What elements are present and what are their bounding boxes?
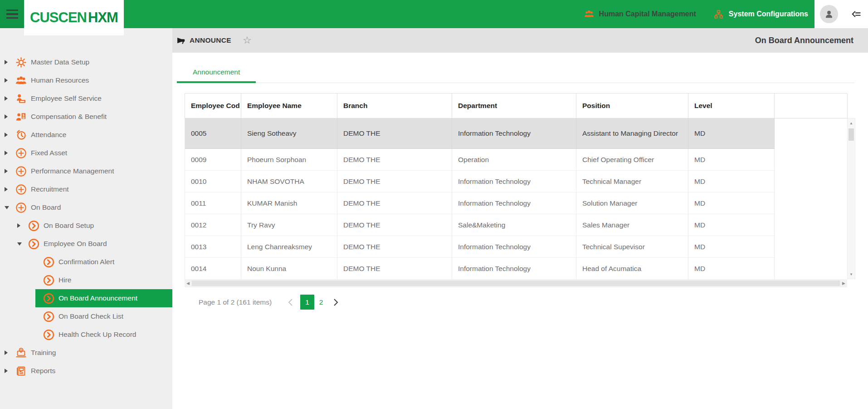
expander-triangle-icon xyxy=(5,206,11,209)
expander-triangle-icon xyxy=(5,369,11,373)
cell-empty xyxy=(775,171,848,192)
vertical-scroll-thumb[interactable] xyxy=(848,128,854,141)
collapse-panel-icon[interactable] xyxy=(850,8,862,20)
cell-empty xyxy=(775,214,848,236)
sidebar-item-label: Fixed Asset xyxy=(31,149,67,157)
cell-employee-name: Try Ravy xyxy=(241,214,337,236)
header-cell-employee-cod[interactable]: Employee Cod xyxy=(185,94,241,118)
tab-announcement[interactable]: Announcement xyxy=(177,63,256,83)
header-cell-employee-name[interactable]: Employee Name xyxy=(241,94,337,118)
sidebar-item-fixed-asset[interactable]: Fixed Asset xyxy=(0,144,172,162)
cell-department: Information Technology xyxy=(452,192,576,214)
table-row-0014[interactable]: 0014Noun KunnaDEMO THEInformation Techno… xyxy=(185,258,847,280)
scroll-up-arrow[interactable]: ▲ xyxy=(848,119,855,127)
table-row-0010[interactable]: 0010NHAM SOVOTHADEMO THEInformation Tech… xyxy=(185,171,847,192)
cell-employee-cod: 0011 xyxy=(185,192,241,214)
previous-page-button[interactable] xyxy=(288,298,293,306)
cell-employee-name: NHAM SOVOTHA xyxy=(241,171,337,192)
table-row-0011[interactable]: 0011KUMAR ManishDEMO THEInformation Tech… xyxy=(185,192,847,214)
chevron-circle-icon xyxy=(42,310,55,323)
expander-triangle-icon xyxy=(5,60,11,64)
sidebar-item-on-board-announcement[interactable]: On Board Announcement xyxy=(35,289,172,307)
page-header-left: ANNOUNCE ☆ xyxy=(176,35,252,45)
cell-employee-cod: 0010 xyxy=(185,171,241,192)
sidebar-item-health-check-up-record[interactable]: Health Check Up Record xyxy=(0,325,172,344)
logo-text-secondary: HXM xyxy=(88,10,118,25)
sidebar-item-master-data-setup[interactable]: Master Data Setup xyxy=(0,53,172,71)
cell-employee-cod: 0012 xyxy=(185,214,241,236)
expander-triangle-icon xyxy=(5,187,11,192)
sidebar-item-reports[interactable]: Reports xyxy=(0,362,172,380)
cell-employee-name: Noun Kunna xyxy=(241,258,337,280)
expander-triangle-icon xyxy=(5,169,11,173)
header-cell-branch[interactable]: Branch xyxy=(337,94,452,118)
module-system-configurations[interactable]: System Configurations xyxy=(713,9,808,20)
hamburger-bar xyxy=(6,17,18,19)
sidebar-item-compensation-benefit[interactable]: $ Compensation & Benefit xyxy=(0,108,172,126)
page-button-2[interactable]: 2 xyxy=(318,298,324,306)
topbar-user-area xyxy=(814,0,868,28)
sitemap-icon xyxy=(713,9,724,20)
sidebar-item-employee-self-service[interactable]: Employee Self Service xyxy=(0,89,172,108)
cell-level: MD xyxy=(688,149,775,171)
main-content: Announcement Employee CodEmployee NameBr… xyxy=(172,53,868,409)
clock-icon xyxy=(15,128,27,141)
plus-circle-icon xyxy=(15,147,27,159)
cell-position: Solution Manager xyxy=(576,192,688,214)
pagination: Page 1 of 2 (161 items) 12 xyxy=(199,295,338,310)
sidebar-item-label: Employee Self Service xyxy=(31,94,102,103)
sidebar-item-human-resources[interactable]: Human Resources xyxy=(0,71,172,89)
chevron-circle-icon xyxy=(27,219,40,232)
user-avatar[interactable] xyxy=(820,5,838,23)
scroll-down-arrow[interactable]: ▼ xyxy=(848,271,855,278)
sidebar-item-label: On Board Announcement xyxy=(59,294,137,302)
vertical-scrollbar[interactable]: ▲ ▼ xyxy=(847,118,855,279)
table-row-0005[interactable]: 0005Sieng SotheavyDEMO THEInformation Te… xyxy=(185,118,847,149)
sidebar-item-employee-on-board[interactable]: Employee On Board xyxy=(0,235,172,253)
cell-branch: DEMO THE xyxy=(337,192,452,214)
table-row-0013[interactable]: 0013Leng ChanreaksmeyDEMO THEInformation… xyxy=(185,236,847,258)
header-cell-position[interactable]: Position xyxy=(576,94,688,118)
page-button-1[interactable]: 1 xyxy=(300,295,314,310)
people-group-icon xyxy=(584,9,595,20)
scroll-right-arrow[interactable]: ▶ xyxy=(842,281,845,286)
horizontal-scrollbar[interactable]: ◀ ▶ xyxy=(185,279,847,287)
table-row-0009[interactable]: 0009Phoeurn SorphoanDEMO THEOperationChi… xyxy=(185,149,847,171)
sidebar-item-on-board-setup[interactable]: On Board Setup xyxy=(0,217,172,235)
cell-empty xyxy=(775,149,848,171)
module-human-capital-management[interactable]: Human Capital Management xyxy=(584,9,696,20)
cell-employee-cod: 0014 xyxy=(185,258,241,280)
hamburger-menu-button[interactable] xyxy=(0,0,24,28)
scroll-left-arrow[interactable]: ◀ xyxy=(186,281,190,286)
logo-text-primary: CUSCEN xyxy=(30,10,87,25)
sidebar-item-recruitment[interactable]: Recruitment xyxy=(0,180,172,198)
cell-empty xyxy=(775,258,848,280)
sidebar-item-label: Reports xyxy=(31,367,55,375)
cell-employee-name: Phoeurn Sorphoan xyxy=(241,149,337,171)
cell-position: Technical Supevisor xyxy=(576,236,688,258)
expander-triangle-icon xyxy=(5,78,11,83)
plus-circle-icon xyxy=(15,201,27,214)
expander-triangle-icon xyxy=(5,133,11,137)
sidebar-item-hire[interactable]: Hire xyxy=(0,271,172,289)
topbar-modules: Human Capital Management System Configur… xyxy=(584,0,808,28)
favorite-star-icon[interactable]: ☆ xyxy=(243,35,252,45)
sidebar-item-performance-management[interactable]: Performance Management xyxy=(0,162,172,180)
header-cell-empty xyxy=(775,94,848,118)
page-number-buttons: 12 xyxy=(300,295,328,310)
next-page-button[interactable] xyxy=(333,298,338,306)
cell-level: MD xyxy=(688,171,775,192)
table-row-0012[interactable]: 0012Try RavyDEMO THESale&MaketingSales M… xyxy=(185,214,847,236)
hamburger-bar xyxy=(6,13,18,15)
header-cell-level[interactable]: Level xyxy=(688,94,775,118)
module-label: System Configurations xyxy=(729,10,808,18)
sidebar-item-attendance[interactable]: Attendance xyxy=(0,126,172,144)
sidebar-item-on-board-check-list[interactable]: On Board Check List xyxy=(0,307,172,325)
cell-department: Operation xyxy=(452,149,576,171)
header-cell-department[interactable]: Department xyxy=(452,94,576,118)
sidebar-item-on-board[interactable]: On Board xyxy=(0,198,172,217)
sidebar-item-confirmation-alert[interactable]: Confirmation Alert xyxy=(0,253,172,271)
sidebar-item-training[interactable]: Training xyxy=(0,344,172,362)
horizontal-scroll-thumb[interactable] xyxy=(192,281,840,286)
cell-empty xyxy=(775,236,848,258)
